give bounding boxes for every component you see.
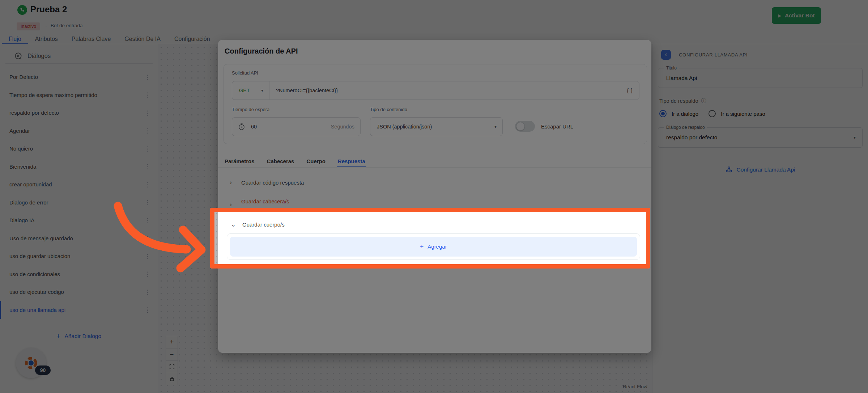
- api-config-modal: Configuración de API Solicitud API GET ▾…: [218, 40, 651, 353]
- toggle-knob: [516, 122, 525, 131]
- save-body-container: + Agregar: [227, 233, 640, 260]
- modal-title: Configuración de API: [225, 47, 298, 55]
- request-url-group: GET ▾ { }: [232, 81, 639, 100]
- add-body-button[interactable]: + Agregar: [230, 237, 637, 257]
- modal-tabs-divider: [218, 167, 651, 168]
- chevron-down-icon: ▾: [494, 124, 497, 129]
- method-select[interactable]: GET ▾: [232, 88, 269, 93]
- content-type-select[interactable]: JSON (application/json) ▾: [370, 117, 503, 136]
- tab-respuesta[interactable]: Respuesta: [332, 155, 371, 168]
- chevron-down-icon: ▾: [261, 88, 263, 93]
- request-label: Solicitud API: [232, 70, 258, 76]
- app-root: Prueba 2 Inactivo · Bot de entrada ▶ Act…: [0, 0, 868, 393]
- timeout-unit: Segundos: [331, 124, 354, 130]
- chevron-right-icon: ›: [230, 179, 232, 186]
- chevron-expanded-icon: ⌄: [231, 221, 236, 228]
- request-card: Solicitud API GET ▾ { } Tiempo de espera…: [224, 64, 647, 144]
- stopwatch-icon: [238, 123, 245, 131]
- plus-icon: +: [420, 243, 424, 250]
- content-type-value: JSON (application/json): [377, 124, 432, 130]
- escape-url-toggle[interactable]: [515, 121, 535, 132]
- escape-url-row: Escapar URL: [515, 121, 573, 132]
- tab-cabeceras[interactable]: Cabeceras: [261, 155, 301, 168]
- accordion-save-headers[interactable]: › Guardar cabecera/s 1 cabecera/s a guar…: [218, 198, 651, 216]
- chevron-right-icon: ›: [230, 201, 232, 208]
- variables-button[interactable]: { }: [627, 88, 639, 93]
- timeout-input[interactable]: [251, 124, 325, 130]
- accordion-save-response-code[interactable]: › Guardar código respuesta: [218, 178, 651, 193]
- url-input[interactable]: [269, 88, 627, 93]
- escape-url-label: Escapar URL: [541, 123, 573, 130]
- tab-cuerpo[interactable]: Cuerpo: [300, 155, 332, 168]
- accordion-save-body[interactable]: Guardar cuerpo/s: [242, 221, 285, 228]
- tab-parametros[interactable]: Parámetros: [218, 155, 261, 168]
- timeout-label: Tiempo de espera: [232, 107, 269, 112]
- method-value: GET: [239, 88, 250, 93]
- modal-tabs: Parámetros Cabeceras Cuerpo Respuesta: [218, 155, 371, 168]
- content-type-label: Tipo de contenido: [370, 107, 407, 112]
- timeout-field[interactable]: Segundos: [232, 117, 361, 136]
- add-body-label: Agregar: [427, 244, 447, 250]
